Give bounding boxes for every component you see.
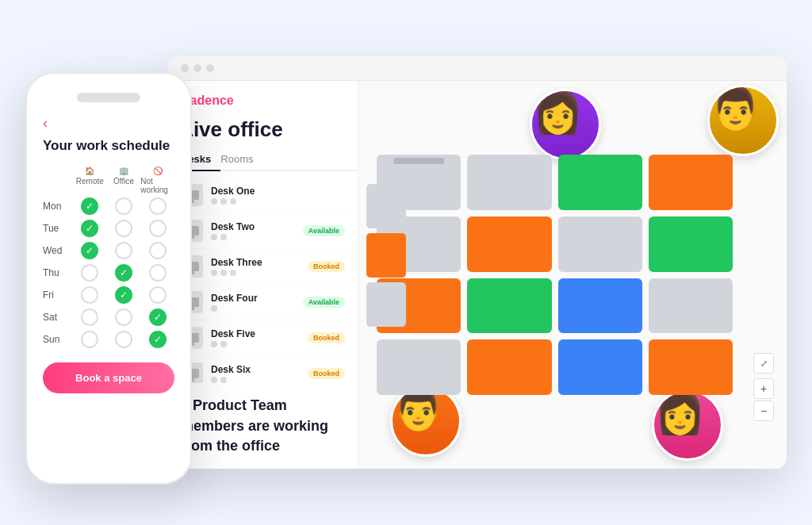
sat-office-cell[interactable] <box>107 308 141 326</box>
desk-block-green[interactable] <box>467 278 551 334</box>
sun-not-working-cell[interactable]: ✓ <box>140 331 174 348</box>
fri-not-working-radio[interactable] <box>149 286 167 304</box>
tue-remote-radio[interactable]: ✓ <box>81 220 98 237</box>
book-space-button[interactable]: Book a space <box>43 362 174 393</box>
table-row: Sat ✓ <box>43 308 174 326</box>
tue-office-cell[interactable] <box>107 220 141 237</box>
wed-office-cell[interactable] <box>107 242 141 259</box>
thu-not-working-cell[interactable] <box>140 264 174 282</box>
remote-icon: 🏠 <box>85 167 94 175</box>
sat-remote-radio[interactable] <box>81 308 98 326</box>
desk-block-gray[interactable] <box>377 339 461 395</box>
wed-office-radio[interactable] <box>115 242 132 259</box>
window-dot-green <box>206 64 214 72</box>
mon-not-working-cell[interactable] <box>140 197 174 215</box>
desk-block-gray[interactable] <box>366 184 406 228</box>
zoom-in-button[interactable]: + <box>753 378 774 399</box>
desk-block-orange[interactable] <box>649 155 733 210</box>
table-row: Mon ✓ <box>43 197 174 215</box>
desk-block-gray[interactable] <box>558 217 642 272</box>
fri-office-cell[interactable]: ✓ <box>107 286 141 304</box>
sat-office-radio[interactable] <box>115 308 132 326</box>
sun-remote-radio[interactable] <box>81 331 98 348</box>
browser-toolbar <box>168 56 787 81</box>
thu-remote-radio[interactable] <box>81 264 98 282</box>
schedule-rows: Mon ✓ Tue ✓ Wed ✓ Thu <box>43 197 174 348</box>
desk-block-orange[interactable] <box>366 233 406 278</box>
window-dot-red <box>181 64 189 72</box>
status-badge: Booked <box>308 332 345 343</box>
mon-office-radio[interactable] <box>115 197 132 215</box>
wed-not-working-cell[interactable] <box>140 242 174 259</box>
amenity-dot <box>211 198 217 205</box>
sun-remote-cell[interactable] <box>73 331 107 348</box>
desk-block-gray[interactable] <box>649 278 733 334</box>
table-row: Fri ✓ <box>43 286 174 304</box>
back-button[interactable]: ‹ <box>43 115 174 132</box>
fri-not-working-cell[interactable] <box>140 286 174 304</box>
day-mon: Mon <box>43 201 68 212</box>
fri-office-radio[interactable]: ✓ <box>115 286 132 304</box>
thu-office-cell[interactable]: ✓ <box>107 264 141 282</box>
wed-not-working-radio[interactable] <box>149 242 167 259</box>
amenity-dot <box>220 270 227 276</box>
table-row: Wed ✓ <box>43 242 174 259</box>
thu-not-working-radio[interactable] <box>149 264 167 282</box>
desk-info: Desk Five <box>211 328 300 347</box>
desk-block-green[interactable] <box>649 217 733 272</box>
tue-not-working-cell[interactable] <box>140 220 174 237</box>
sat-remote-cell[interactable] <box>73 308 107 326</box>
tab-rooms[interactable]: Rooms <box>220 148 262 171</box>
list-item[interactable]: Desk Six Booked <box>168 356 358 383</box>
thu-office-radio[interactable]: ✓ <box>115 264 132 282</box>
scene: ‹ Your work schedule 🏠 Remote 🏢 Office 🚫… <box>25 25 787 500</box>
expand-button[interactable]: ⤢ <box>753 353 774 374</box>
wed-remote-cell[interactable]: ✓ <box>73 242 107 259</box>
desk-block-orange[interactable] <box>467 339 551 395</box>
desk-block-blue[interactable] <box>558 278 642 334</box>
list-item[interactable]: Desk One <box>168 178 358 213</box>
desk-block-blue[interactable] <box>558 339 642 395</box>
remote-label: Remote <box>76 177 104 186</box>
sun-office-radio[interactable] <box>115 331 132 348</box>
zoom-out-button[interactable]: − <box>753 400 774 421</box>
desk-info: Desk Six <box>211 364 300 383</box>
tue-not-working-radio[interactable] <box>149 220 167 237</box>
list-item[interactable]: Desk Four Available <box>168 285 358 320</box>
amenity-dot <box>211 270 217 276</box>
tue-office-radio[interactable] <box>115 220 132 237</box>
fri-remote-cell[interactable] <box>73 286 107 304</box>
mon-remote-radio[interactable]: ✓ <box>81 197 98 215</box>
avatar-emoji: 👩 <box>532 89 584 135</box>
desk-block-gray[interactable] <box>467 155 551 210</box>
sat-not-working-radio[interactable]: ✓ <box>149 308 167 326</box>
desk-block-gray[interactable] <box>366 282 406 327</box>
day-fri: Fri <box>43 289 68 301</box>
promo-text: 4 Product Team members are working from … <box>168 383 358 469</box>
list-item[interactable]: Desk Two Available <box>168 213 358 249</box>
fri-remote-radio[interactable] <box>81 286 98 304</box>
table-row: Tue ✓ <box>43 220 174 237</box>
thu-remote-cell[interactable] <box>73 264 107 282</box>
desk-block-green[interactable] <box>558 155 642 210</box>
list-item[interactable]: Desk Five Booked <box>168 320 358 356</box>
sun-not-working-radio[interactable]: ✓ <box>149 331 167 348</box>
desk-block-orange[interactable] <box>649 339 733 395</box>
tue-remote-cell[interactable]: ✓ <box>73 220 107 237</box>
mon-remote-cell[interactable]: ✓ <box>73 197 107 215</box>
status-badge: Booked <box>308 368 345 379</box>
day-wed: Wed <box>43 245 68 256</box>
list-item[interactable]: Desk Three Booked <box>168 249 358 285</box>
mon-not-working-radio[interactable] <box>149 197 167 215</box>
office-label: Office <box>113 177 134 186</box>
desk-block-orange[interactable] <box>467 217 551 272</box>
sat-not-working-cell[interactable]: ✓ <box>140 308 174 326</box>
remote-column-header: 🏠 Remote <box>73 167 107 194</box>
mon-office-cell[interactable] <box>107 197 141 215</box>
window-dot-yellow <box>193 64 201 72</box>
desk-amenities <box>211 234 295 240</box>
sun-office-cell[interactable] <box>107 331 141 348</box>
desk-list: Desk One Desk Two <box>168 178 358 383</box>
wed-remote-radio[interactable]: ✓ <box>81 242 98 259</box>
amenity-dot <box>230 198 236 205</box>
